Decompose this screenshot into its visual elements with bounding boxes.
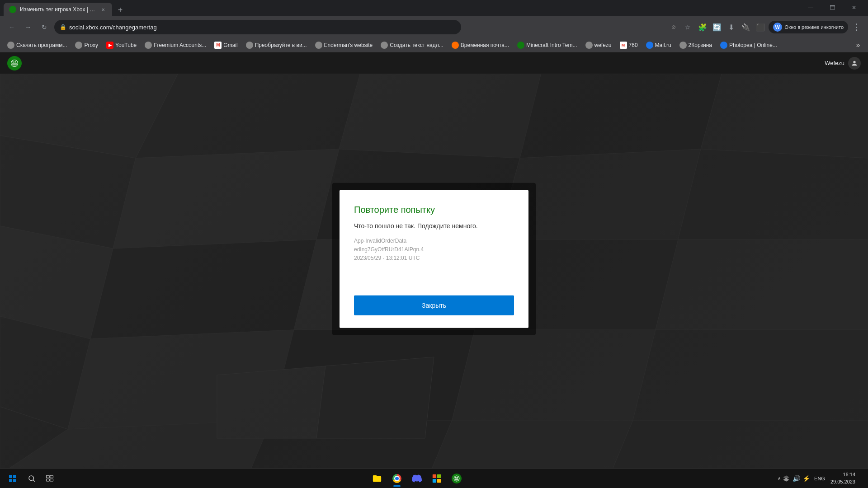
search-button[interactable] [24, 470, 40, 487]
bookmark-convert[interactable]: Преобразуйте в ви... [242, 40, 311, 51]
bookmark-favicon: M [620, 42, 627, 49]
xbox-page: Wefezu [0, 52, 868, 468]
taskbar-chrome[interactable] [388, 469, 406, 488]
taskbar-file-explorer[interactable] [368, 469, 386, 488]
xbox-nav: Wefezu [0, 52, 868, 74]
bookmark-favicon [452, 42, 459, 49]
svg-marker-8 [113, 149, 339, 249]
url-bar[interactable]: 🔒 social.xbox.com/changegamertag [54, 20, 461, 34]
tab-favicon [9, 6, 16, 13]
dialog-error-info: App-InvalidOrderData edIng7GyOtfRUrD41AI… [354, 237, 514, 263]
profile-avatar: W [773, 23, 782, 32]
network-icon[interactable] [782, 474, 791, 483]
sync-icon[interactable]: 🔄 [711, 21, 723, 33]
taskbar-discord[interactable] [408, 469, 426, 488]
bookmark-favicon [720, 42, 727, 49]
minimize-button[interactable]: — [800, 1, 821, 14]
battery-icon[interactable]: ⚡ [802, 474, 811, 483]
bookmark-label: Minecraft Intro Tem... [526, 42, 577, 48]
language-indicator[interactable]: ENG [814, 476, 825, 481]
bookmark-photopea[interactable]: Photopea | Online... [717, 40, 781, 51]
reload-button[interactable]: ↻ [38, 21, 51, 33]
bookmark-favicon [7, 42, 14, 49]
url-text: social.xbox.com/changegamertag [69, 24, 157, 31]
bookmark-favicon [145, 42, 152, 49]
tab-bar: Изменить тег игрока Xbox | Xbo... ✕ + — … [0, 0, 868, 16]
lock-icon: 🔒 [60, 24, 66, 30]
svg-marker-21 [633, 330, 868, 420]
task-view-button[interactable] [42, 470, 58, 487]
svg-marker-5 [520, 74, 723, 158]
menu-button[interactable]: ⋮ [850, 21, 863, 33]
bookmark-cart[interactable]: 2Корзина [676, 40, 716, 51]
address-bar: ← → ↻ 🔒 social.xbox.com/changegamertag ⊘… [0, 16, 868, 38]
bookmark-proxy[interactable]: Proxy [71, 40, 102, 51]
tab-close-button[interactable]: ✕ [99, 6, 107, 13]
browser-frame: Изменить тег игрока Xbox | Xbo... ✕ + — … [0, 0, 868, 488]
taskbar-xbox-app[interactable] [448, 469, 466, 488]
cast-icon[interactable]: ⊘ [667, 21, 680, 33]
star-icon[interactable]: ☆ [682, 21, 694, 33]
time: 16:14 [830, 471, 855, 478]
bookmarks-bar: Скачать программ... Proxy ▶ YouTube Free… [0, 38, 868, 52]
error-time: 2023/05/29 - 13:12:01 UTC [354, 254, 514, 263]
svg-rect-34 [433, 474, 436, 478]
start-button[interactable] [4, 470, 22, 487]
download-icon[interactable]: ⬇ [725, 21, 738, 33]
xbox-logo [7, 56, 22, 70]
active-tab[interactable]: Изменить тег игрока Xbox | Xbo... ✕ [4, 3, 112, 16]
bookmark-temp-mail[interactable]: Временная почта... [448, 40, 513, 51]
bookmark-favicon [679, 42, 687, 49]
close-button[interactable]: ✕ [844, 1, 864, 14]
new-tab-button[interactable]: + [114, 4, 127, 16]
bookmark-favicon [381, 42, 388, 49]
bookmark-minecraft[interactable]: Minecraft Intro Tem... [514, 40, 580, 51]
incognito-label: Окно в режиме инкогнито [785, 24, 844, 30]
bookmark-favicon: ▶ [106, 42, 113, 49]
xbox-profile-icon[interactable] [848, 57, 861, 70]
bookmark-favicon [315, 42, 322, 49]
dialog-title: Повторите попытку [354, 205, 514, 215]
windows-logo [9, 475, 16, 482]
forward-button[interactable]: → [22, 21, 34, 33]
bookmark-label: Photopea | Online... [729, 42, 777, 48]
svg-rect-35 [437, 474, 441, 478]
profile-icon-square[interactable]: ⬛ [754, 21, 767, 33]
back-button[interactable]: ← [5, 21, 18, 33]
maximize-button[interactable]: 🗖 [822, 1, 843, 14]
bookmark-youtube[interactable]: ▶ YouTube [103, 40, 140, 51]
bookmark-wefezu[interactable]: wefezu [582, 40, 615, 51]
profile-button[interactable]: W Окно в режиме инкогнито [769, 21, 848, 33]
bookmarks-more-button[interactable]: » [852, 39, 864, 52]
bookmark-760[interactable]: M 760 [616, 40, 642, 51]
clock[interactable]: 16:14 29.05.2023 [827, 471, 859, 485]
svg-marker-16 [656, 239, 868, 330]
bookmark-label: Enderman's website [324, 42, 373, 48]
bookmark-gmail[interactable]: M Gmail [211, 40, 241, 51]
taskbar-store[interactable] [428, 469, 446, 488]
xbox-app-icon [452, 474, 462, 483]
bookmark-create-text[interactable]: Создать текст надл... [377, 40, 447, 51]
extension-icon-2[interactable]: 🔌 [740, 21, 752, 33]
tray-icons: ∧ 🔊 ⚡ [776, 474, 812, 483]
system-tray: ∧ 🔊 ⚡ ENG 16:14 29.05.2023 [776, 470, 864, 487]
bookmark-download[interactable]: Скачать программ... [4, 40, 71, 51]
error-dialog: Повторите попытку Что-то пошло не так. П… [340, 190, 528, 328]
extensions-icon[interactable]: 🧩 [696, 21, 709, 33]
show-desktop-button[interactable] [861, 470, 864, 487]
dialog-overlay: Повторите попытку Что-то пошло не так. П… [332, 183, 536, 335]
bookmark-mailru[interactable]: Mail.ru [642, 40, 675, 51]
tray-expand-button[interactable]: ∧ [778, 476, 781, 481]
svg-marker-13 [90, 239, 316, 339]
svg-marker-11 [678, 149, 868, 239]
bookmark-freemium[interactable]: Freemium Accounts... [141, 40, 210, 51]
bookmark-enderman[interactable]: Enderman's website [311, 40, 377, 51]
window-controls: — 🗖 ✕ [800, 1, 864, 16]
volume-icon[interactable]: 🔊 [792, 474, 801, 483]
date: 29.05.2023 [830, 479, 855, 485]
close-dialog-button[interactable]: Закрыть [354, 295, 514, 315]
bookmark-label: Freemium Accounts... [154, 42, 206, 48]
chrome-logo [392, 474, 401, 483]
bookmark-label: Временная почта... [461, 42, 509, 48]
svg-marker-27 [217, 366, 326, 438]
